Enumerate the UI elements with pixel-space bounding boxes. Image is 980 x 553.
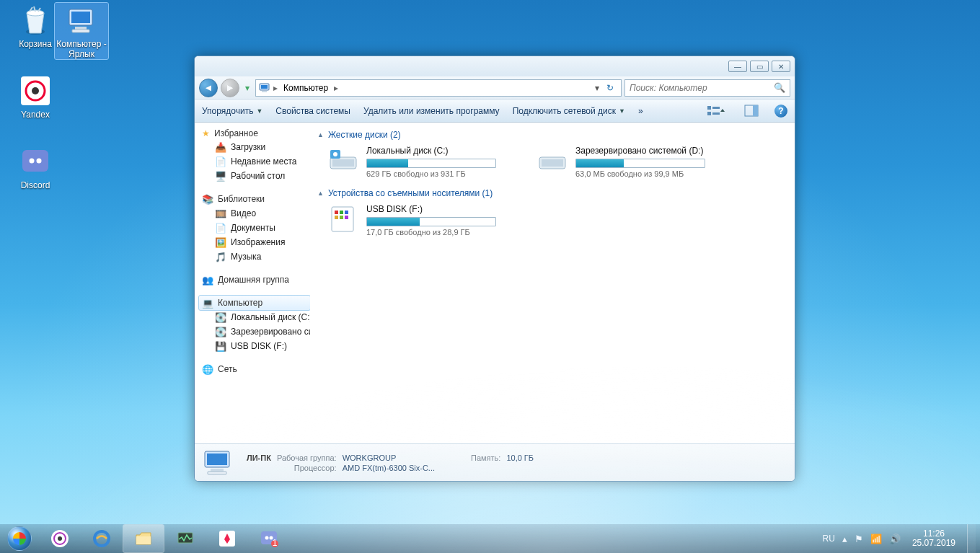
show-hidden-icons[interactable]: ▴	[842, 534, 847, 544]
nav-pictures[interactable]: 🖼️Изображения	[199, 235, 310, 249]
address-dropdown-icon[interactable]: ▾	[595, 83, 599, 93]
cpu-value: AMD FX(tm)-6300 Six-C...	[343, 464, 439, 472]
music-icon: 🎵	[215, 251, 226, 262]
svg-rect-16	[707, 112, 711, 115]
view-options-button[interactable]	[704, 105, 728, 118]
nav-documents[interactable]: 📄Документы	[199, 221, 310, 235]
help-button[interactable]: ?	[774, 105, 787, 118]
close-button[interactable]: ✕	[772, 61, 790, 72]
svg-point-10	[30, 159, 35, 164]
map-network-drive-button[interactable]: Подключить сетевой диск▼	[513, 106, 625, 116]
recent-icon: 📄	[215, 156, 226, 167]
nav-videos[interactable]: 🎞️Видео	[199, 206, 310, 221]
nav-drive-f[interactable]: 💾USB DISK (F:)	[199, 339, 310, 353]
capacity-bar	[366, 159, 496, 168]
nav-recent[interactable]: 📄Недавние места	[199, 154, 310, 169]
toolbar-overflow[interactable]: »	[638, 106, 643, 116]
command-bar: Упорядочить▼ Свойства системы Удалить ил…	[195, 99, 795, 123]
taskbar-ie[interactable]	[81, 525, 122, 552]
hard-drive-icon	[537, 146, 568, 174]
window-titlebar[interactable]: — ▭ ✕	[195, 56, 795, 76]
recent-locations-dropdown[interactable]: ▾	[242, 79, 252, 97]
preview-pane-button[interactable]	[741, 105, 762, 118]
drive-name: Зарезервировано системой (D:)	[575, 146, 717, 156]
star-icon: ★	[202, 128, 210, 138]
pictures-icon: 🖼️	[215, 236, 226, 248]
nav-drive-d[interactable]: 💽Зарезервировано системой (D:)	[199, 324, 310, 339]
desktop[interactable]: Корзина Компьютер - Ярлык Yandex Discord…	[0, 0, 980, 553]
capacity-bar	[366, 217, 496, 226]
document-icon: 📄	[215, 222, 226, 234]
libraries-icon: 📚	[202, 193, 213, 205]
search-input[interactable]	[630, 83, 774, 93]
maximize-button[interactable]: ▭	[750, 61, 769, 72]
svg-rect-32	[340, 216, 343, 219]
collapse-icon: ▲	[317, 131, 324, 138]
drive-icon: 💽	[215, 326, 226, 337]
drive-c[interactable]: Локальный диск (C:) 629 ГБ свободно из 9…	[327, 146, 508, 178]
desktop-icon-computer-shortcut[interactable]: Компьютер - Ярлык	[55, 3, 108, 59]
language-indicator[interactable]: RU	[823, 534, 835, 544]
drive-f[interactable]: USB DISK (F:) 17,0 ГБ свободно из 28,9 Г…	[327, 204, 508, 236]
volume-icon[interactable]: 🔊	[889, 534, 901, 544]
taskbar: 1 RU ▴ ⚑ 📶 🔊 11:26 25.07.2019	[0, 524, 980, 553]
search-icon[interactable]: 🔍	[774, 82, 785, 93]
taskbar-discord[interactable]: 1	[249, 525, 289, 552]
start-button[interactable]	[0, 524, 39, 553]
svg-text:1: 1	[273, 538, 278, 548]
drive-icon: 💽	[215, 311, 226, 323]
nav-computer-header[interactable]: 💻Компьютер	[199, 296, 310, 310]
nav-homegroup-header[interactable]: 👥Домашняя группа	[199, 273, 310, 287]
nav-libraries-header[interactable]: 📚Библиотеки	[199, 192, 310, 206]
svg-rect-3	[71, 12, 90, 23]
desktop-icon-recycle-bin[interactable]: Корзина	[9, 3, 62, 49]
organize-menu[interactable]: Упорядочить▼	[202, 106, 262, 116]
forward-button[interactable]: ►	[221, 79, 239, 97]
content-pane[interactable]: ▲Жесткие диски (2) Локальный диск (C:) 6…	[310, 123, 795, 443]
svg-rect-9	[22, 150, 48, 172]
taskbar-yandex-browser[interactable]	[207, 525, 247, 552]
drive-d[interactable]: Зарезервировано системой (D:) 63,0 МБ св…	[537, 146, 717, 178]
desktop-icon-label: Корзина	[9, 39, 62, 49]
svg-point-40	[58, 536, 62, 541]
nav-favorites-header[interactable]: ★Избранное	[199, 127, 310, 140]
refresh-button[interactable]: ↻	[602, 83, 618, 93]
workgroup-value: WORKGROUP	[343, 454, 439, 462]
section-hard-drives[interactable]: ▲Жесткие диски (2)	[317, 130, 787, 140]
taskbar-explorer[interactable]	[123, 525, 164, 552]
show-desktop-button[interactable]	[967, 524, 976, 553]
back-button[interactable]: ◄	[199, 79, 218, 97]
nav-drive-c[interactable]: 💽Локальный диск (C:)	[199, 310, 310, 324]
clock[interactable]: 11:26 25.07.2019	[908, 529, 960, 548]
flag-icon[interactable]: ⚑	[855, 534, 863, 544]
uninstall-program-button[interactable]: Удалить или изменить программу	[363, 106, 500, 116]
memory-label: Память:	[471, 454, 505, 462]
address-bar[interactable]: ▸ Компьютер ▸ ▾ ↻	[255, 79, 622, 97]
svg-rect-4	[75, 27, 87, 30]
network-icon: 🌐	[202, 363, 213, 375]
svg-rect-29	[340, 211, 343, 214]
svg-rect-18	[712, 112, 720, 115]
system-properties-button[interactable]: Свойства системы	[275, 106, 350, 116]
folder-icon: 📥	[215, 141, 226, 153]
taskbar-resource-monitor[interactable]	[165, 525, 206, 552]
details-pane: ЛИ-ПК Рабочая группа: WORKGROUP Память: …	[195, 443, 795, 481]
nav-network-header[interactable]: 🌐Сеть	[199, 362, 310, 376]
nav-desktop[interactable]: 🖥️Рабочий стол	[199, 169, 310, 183]
monitor-icon	[176, 529, 195, 548]
nav-downloads[interactable]: 📥Загрузки	[199, 140, 310, 154]
svg-rect-20	[753, 105, 758, 116]
desktop-icon-discord[interactable]: Discord	[9, 144, 62, 190]
system-tray: RU ▴ ⚑ 📶 🔊 11:26 25.07.2019	[818, 524, 980, 553]
section-removable[interactable]: ▲Устройства со съемными носителями (1)	[317, 188, 787, 198]
search-box[interactable]: 🔍	[624, 79, 790, 97]
clock-date: 25.07.2019	[912, 539, 955, 548]
desktop-icon-yandex[interactable]: Yandex	[9, 74, 62, 120]
breadcrumb-item[interactable]: Компьютер	[281, 81, 331, 94]
nav-music[interactable]: 🎵Музыка	[199, 249, 310, 264]
network-icon[interactable]: 📶	[870, 534, 882, 544]
minimize-button[interactable]: —	[728, 61, 747, 72]
discord-icon	[18, 144, 53, 179]
taskbar-yandex[interactable]	[40, 525, 80, 552]
memory-value: 10,0 ГБ	[506, 454, 538, 462]
